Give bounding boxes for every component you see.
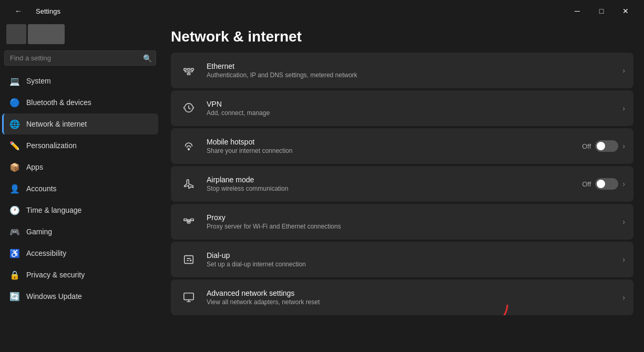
toggle-hotspot[interactable]: [595, 140, 618, 152]
sidebar-item-label: Privacy & security: [26, 271, 85, 279]
sidebar-item-accounts[interactable]: 👤 Accounts: [2, 178, 158, 199]
item-subtitle: Share your internet connection: [207, 147, 574, 154]
minimize-button[interactable]: ─: [565, 3, 589, 19]
sidebar-item-gaming[interactable]: 🎮 Gaming: [2, 221, 158, 242]
item-subtitle: Add, connect, manage: [207, 109, 614, 117]
accessibility-icon: ♿: [9, 248, 20, 258]
search-input[interactable]: [4, 50, 156, 66]
item-text: Mobile hotspot Share your internet conne…: [207, 138, 574, 154]
sidebar-item-label: Personalization: [26, 141, 77, 150]
main-layout: 🔍 💻 System 🔵 Bluetooth & devices 🌐 Netwo…: [0, 20, 644, 352]
item-right: Off ›: [582, 140, 625, 152]
hotspot-icon: [179, 137, 198, 156]
close-icon: ✕: [622, 7, 629, 15]
item-subtitle: Proxy server for Wi-Fi and Ethernet conn…: [207, 223, 614, 230]
vpn-icon: [179, 99, 198, 118]
svg-rect-8: [185, 256, 193, 264]
titlebar-controls: ─ □ ✕: [565, 3, 638, 19]
minimize-icon: ─: [575, 7, 580, 15]
sidebar-item-accessibility[interactable]: ♿ Accessibility: [2, 243, 158, 264]
search-icon: 🔍: [143, 54, 152, 63]
item-title: Dial-up: [207, 251, 614, 260]
sidebar-item-privacy[interactable]: 🔒 Privacy & security: [2, 264, 158, 285]
privacy-icon: 🔒: [9, 270, 20, 280]
svg-rect-1: [188, 68, 190, 70]
svg-point-4: [188, 149, 190, 150]
advanced-icon: [179, 288, 198, 307]
chevron-right-icon: ›: [622, 218, 625, 226]
item-subtitle: Stop wireless communication: [207, 185, 574, 192]
toggle-wrapper: Off: [582, 178, 618, 190]
back-button[interactable]: ←: [6, 3, 30, 19]
item-right: ›: [622, 104, 625, 112]
system-icon: 💻: [9, 76, 20, 86]
chevron-right-icon: ›: [622, 255, 625, 264]
toggle-airplane[interactable]: [595, 178, 618, 190]
item-title: Proxy: [207, 213, 614, 222]
time-icon: 🕐: [9, 205, 20, 215]
svg-rect-6: [191, 219, 194, 221]
item-title: VPN: [207, 100, 614, 108]
svg-rect-0: [184, 68, 187, 70]
item-right: ›: [622, 66, 625, 75]
chevron-right-icon: ›: [622, 142, 625, 150]
sidebar-item-update[interactable]: 🔄 Windows Update: [2, 286, 158, 307]
sidebar-profile: [0, 20, 160, 50]
toggle-label: Off: [582, 180, 591, 188]
item-text: Dial-up Set up a dial-up internet connec…: [207, 251, 614, 268]
search-icon-button[interactable]: 🔍: [143, 54, 152, 63]
sidebar-item-label: Time & language: [26, 206, 81, 214]
settings-item-advanced[interactable]: Advanced network settings View all netwo…: [171, 279, 633, 315]
maximize-button[interactable]: □: [589, 3, 614, 19]
network-icon: 🌐: [9, 119, 20, 129]
toggle-knob: [597, 142, 605, 150]
sidebar-item-label: Gaming: [26, 227, 52, 236]
settings-item-hotspot[interactable]: Mobile hotspot Share your internet conne…: [171, 128, 633, 164]
settings-item-vpn[interactable]: VPN Add, connect, manage ›: [171, 90, 633, 126]
sidebar-item-label: Windows Update: [26, 292, 82, 301]
sidebar-item-label: Apps: [26, 163, 43, 171]
avatar: [6, 24, 26, 44]
sidebar-item-network[interactable]: 🌐 Network & internet: [2, 113, 158, 134]
item-subtitle: Authentication, IP and DNS settings, met…: [207, 71, 614, 79]
avatar-secondary: [28, 24, 65, 44]
close-button[interactable]: ✕: [614, 3, 638, 19]
svg-rect-3: [187, 74, 190, 75]
svg-rect-5: [184, 219, 187, 221]
sidebar-item-label: Bluetooth & devices: [26, 98, 91, 107]
sidebar-item-system[interactable]: 💻 System: [2, 70, 158, 91]
sidebar-item-label: Accessibility: [26, 249, 66, 257]
proxy-icon: [179, 212, 198, 231]
sidebar: 🔍 💻 System 🔵 Bluetooth & devices 🌐 Netwo…: [0, 20, 160, 352]
item-subtitle: Set up a dial-up internet connection: [207, 261, 614, 268]
sidebar-item-label: Network & internet: [26, 120, 87, 128]
svg-point-9: [190, 260, 191, 261]
titlebar-left: ← Settings: [6, 3, 60, 19]
accounts-icon: 👤: [9, 183, 20, 194]
settings-item-proxy[interactable]: Proxy Proxy server for Wi-Fi and Etherne…: [171, 204, 633, 240]
item-text: Advanced network settings View all netwo…: [207, 289, 614, 306]
item-title: Ethernet: [207, 62, 614, 70]
settings-item-dialup[interactable]: Dial-up Set up a dial-up internet connec…: [171, 242, 633, 277]
settings-item-ethernet[interactable]: Ethernet Authentication, IP and DNS sett…: [171, 53, 633, 88]
titlebar-title: Settings: [36, 7, 60, 15]
dialup-icon: [179, 250, 198, 269]
chevron-right-icon: ›: [622, 66, 625, 75]
chevron-right-icon: ›: [622, 104, 625, 112]
sidebar-item-apps[interactable]: 📦 Apps: [2, 157, 158, 178]
avatar-container: [6, 24, 65, 44]
bluetooth-icon: 🔵: [9, 97, 20, 108]
settings-list: Ethernet Authentication, IP and DNS sett…: [171, 53, 633, 315]
sidebar-item-label: System: [26, 77, 51, 85]
apps-icon: 📦: [9, 162, 20, 172]
sidebar-nav: 💻 System 🔵 Bluetooth & devices 🌐 Network…: [0, 70, 160, 307]
airplane-icon: [179, 174, 198, 193]
toggle-wrapper: Off: [582, 140, 618, 152]
chevron-right-icon: ›: [622, 180, 625, 188]
sidebar-item-time[interactable]: 🕐 Time & language: [2, 200, 158, 221]
sidebar-item-personalization[interactable]: ✏️ Personalization: [2, 135, 158, 156]
settings-item-airplane[interactable]: Airplane mode Stop wireless communicatio…: [171, 166, 633, 202]
maximize-icon: □: [599, 7, 604, 15]
update-icon: 🔄: [9, 291, 20, 302]
sidebar-item-bluetooth[interactable]: 🔵 Bluetooth & devices: [2, 92, 158, 113]
